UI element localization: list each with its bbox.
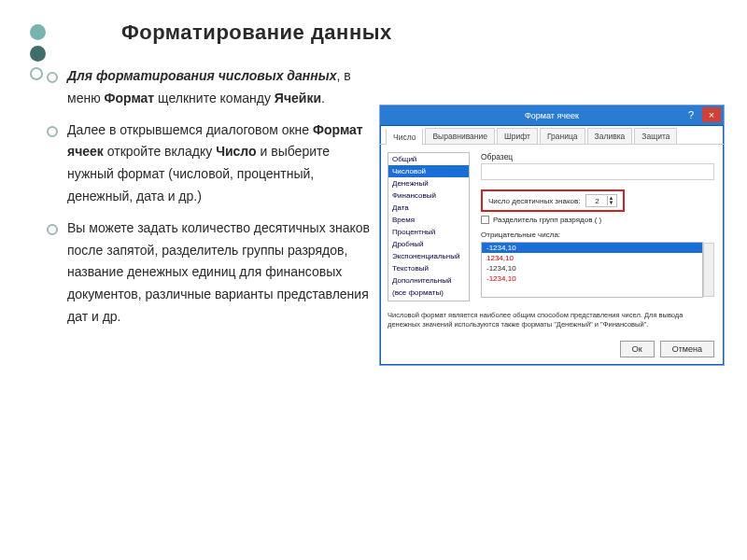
slide-bullets-deco: [30, 24, 46, 86]
dialog-tabs: Число Выравнивание Шрифт Граница Заливка…: [380, 126, 724, 145]
t: Число: [216, 144, 257, 159]
list-item[interactable]: Текстовый: [388, 262, 469, 274]
negative-numbers-list[interactable]: -1234,10 1234,10 -1234,10 -1234,10: [481, 242, 703, 298]
help-button[interactable]: ?: [682, 107, 700, 122]
list-item[interactable]: Время: [388, 214, 469, 226]
ok-button[interactable]: Ок: [620, 341, 655, 357]
deco-dot: [30, 24, 46, 40]
list-item[interactable]: -1234,10: [482, 243, 702, 253]
t: Далее в открывшемся диалоговом окне: [67, 122, 313, 137]
list-item[interactable]: (все форматы): [388, 287, 469, 299]
list-item[interactable]: Общий: [388, 153, 469, 165]
tab-protect[interactable]: Защита: [634, 128, 677, 144]
bullet-1-lead: Для форматирования числовых данных: [67, 68, 336, 83]
close-button[interactable]: ×: [702, 107, 721, 122]
category-list[interactable]: Общий Числовой Денежный Финансовый Дата …: [388, 152, 470, 301]
bullet-2: Далее в открывшемся диалоговом окне Форм…: [47, 119, 374, 208]
list-item[interactable]: Дробный: [388, 238, 469, 250]
page-title: Форматирование данных: [121, 21, 392, 45]
t: .: [321, 91, 325, 105]
tab-number[interactable]: Число: [386, 128, 423, 145]
t: откройте вкладку: [104, 144, 216, 159]
tab-alignment[interactable]: Выравнивание: [425, 128, 495, 144]
t: Формат: [105, 91, 155, 105]
decimal-value: 2: [586, 197, 607, 205]
thousands-separator-label: Разделитель групп разрядов ( ): [493, 216, 601, 224]
checkbox-icon[interactable]: [481, 216, 489, 224]
decimal-places-label: Число десятичных знаков:: [488, 197, 580, 205]
bullet-3: Вы можете задать количество десятичных з…: [47, 217, 374, 329]
list-item[interactable]: 1234,10: [482, 253, 702, 263]
format-cells-dialog: Формат ячеек ? × Число Выравнивание Шриф…: [379, 105, 725, 366]
decimal-places-stepper[interactable]: 2 ▲▼: [585, 194, 617, 207]
list-item[interactable]: Процентный: [388, 226, 469, 238]
negative-numbers-label: Отрицательные числа:: [481, 231, 560, 239]
list-item[interactable]: -1234,10: [482, 263, 702, 273]
bullet-1: Для форматирования числовых данных, в ме…: [47, 65, 374, 110]
dialog-title: Формат ячеек: [525, 111, 579, 120]
tab-font[interactable]: Шрифт: [497, 128, 538, 144]
list-item[interactable]: Экспоненциальный: [388, 250, 469, 262]
scrollbar[interactable]: [703, 243, 714, 297]
list-item[interactable]: Денежный: [388, 177, 469, 189]
decimal-places-row: Число десятичных знаков: 2 ▲▼: [481, 189, 625, 212]
list-item[interactable]: Числовой: [388, 165, 469, 177]
deco-dot: [30, 46, 46, 62]
t: щелкните команду: [154, 91, 275, 105]
list-item[interactable]: Финансовый: [388, 189, 469, 202]
cancel-button[interactable]: Отмена: [660, 341, 714, 357]
deco-dot: [30, 67, 43, 80]
tab-fill[interactable]: Заливка: [587, 128, 633, 144]
sample-box: [481, 163, 714, 180]
t: Вы можете задать количество десятичных з…: [67, 220, 370, 324]
format-hint-text: Числовой формат является наиболее общим …: [388, 311, 714, 329]
thousands-separator-row[interactable]: Разделитель групп разрядов ( ): [481, 216, 601, 224]
dialog-titlebar: Формат ячеек ? ×: [380, 105, 724, 126]
list-item[interactable]: -1234,10: [482, 273, 702, 284]
tab-border[interactable]: Граница: [540, 128, 585, 144]
list-item[interactable]: Дата: [388, 202, 469, 214]
body-text: Для форматирования числовых данных, в ме…: [47, 65, 374, 338]
t: Ячейки: [275, 91, 321, 105]
sample-label: Образец: [481, 152, 513, 161]
list-item[interactable]: Дополнительный: [388, 274, 469, 287]
stepper-arrows[interactable]: ▲▼: [607, 196, 616, 205]
